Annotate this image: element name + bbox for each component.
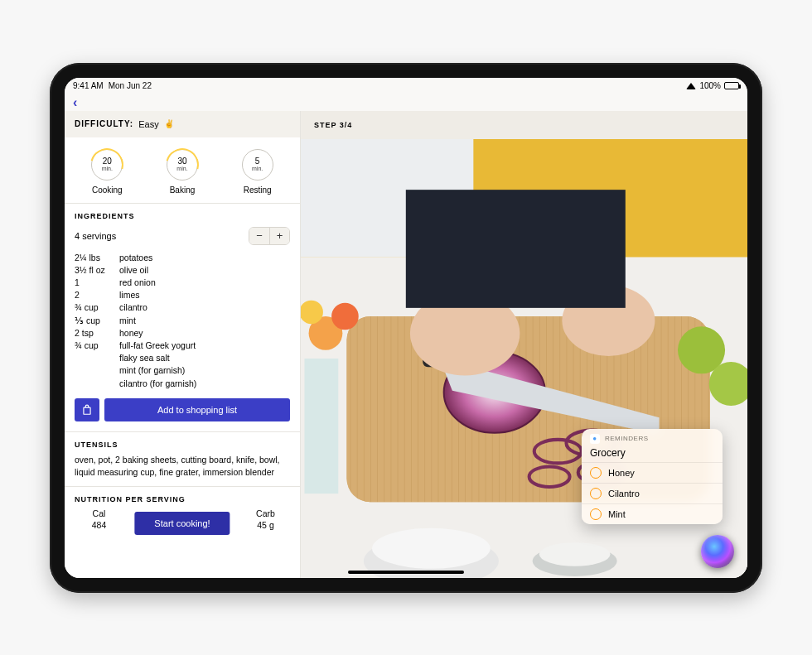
siri-icon[interactable]	[701, 535, 734, 568]
ingredient-row: 2¼ lbspotatoes	[75, 252, 290, 264]
battery-percent: 100%	[699, 81, 721, 90]
status-time: 9:41 AM	[73, 81, 104, 90]
servings-stepper: − +	[249, 227, 290, 245]
timers-row: 20 min. Cooking 30 min. Baking	[65, 137, 300, 203]
status-bar: 9:41 AM Mon Jun 22 100%	[65, 78, 747, 94]
svg-rect-21	[305, 359, 339, 494]
reminder-circle-icon[interactable]	[590, 508, 602, 520]
timer-label: Resting	[244, 185, 272, 195]
timer-label: Cooking	[92, 185, 123, 195]
timer-value: 30	[177, 157, 186, 166]
reminder-item[interactable]: Mint	[582, 503, 723, 524]
ipad-frame: 9:41 AM Mon Jun 22 100% ‹ DIFFICULTY: Ea…	[50, 63, 762, 593]
ingredient-row: 2limes	[75, 289, 290, 301]
reminder-circle-icon[interactable]	[590, 467, 602, 479]
timer-ring: 5 min.	[242, 149, 273, 181]
ingredient-row: 1red onion	[75, 277, 290, 289]
status-date: Mon Jun 22	[109, 81, 152, 90]
battery-icon	[724, 82, 739, 89]
nutrition-col: Carb 45 g	[241, 508, 290, 530]
home-indicator[interactable]	[348, 571, 464, 574]
timer-value: 20	[103, 157, 112, 166]
shopping-list-row: Add to shopping list	[65, 398, 300, 431]
ingredient-row: flaky sea salt	[75, 352, 290, 364]
timer-ring: 30 min.	[167, 149, 198, 181]
ingredient-row: mint (for garnish)	[75, 364, 290, 377]
timer-label: Baking	[170, 185, 196, 195]
difficulty-value: Easy	[138, 119, 158, 129]
timer-cooking: 20 min. Cooking	[91, 149, 123, 195]
svg-rect-18	[406, 190, 626, 308]
nutrition-col: Cal 484	[75, 508, 123, 530]
nutrition-heading: NUTRITION PER SERVING	[65, 487, 300, 508]
reminder-label: Cilantro	[608, 489, 640, 498]
svg-point-23	[331, 302, 359, 330]
svg-point-28	[539, 542, 611, 566]
timer-value: 5	[255, 157, 260, 166]
reminders-popup: ● REMINDERS Grocery Honey Cilantro Mi	[582, 429, 723, 524]
servings-plus-button[interactable]: +	[269, 228, 289, 244]
reminder-item[interactable]: Honey	[582, 462, 723, 483]
reminders-app-label: REMINDERS	[605, 435, 649, 442]
ingredient-row: ¾ cupcilantro	[75, 301, 290, 314]
reminders-list-name: Grocery	[582, 447, 723, 462]
back-chevron-icon[interactable]: ‹	[73, 95, 77, 110]
svg-rect-0	[84, 407, 90, 414]
timer-ring: 20 min.	[91, 149, 123, 181]
timer-baking: 30 min. Baking	[167, 149, 198, 195]
step-indicator: STEP 3/4	[301, 111, 747, 139]
reminder-label: Honey	[608, 468, 635, 478]
ingredient-row: 2 tsphoney	[75, 327, 290, 340]
reminder-label: Mint	[608, 509, 626, 519]
nutrition-row: Cal 484 10 g 27 g Carb	[65, 508, 300, 533]
servings-minus-button[interactable]: −	[249, 228, 269, 244]
ingredients-heading: INGREDIENTS	[65, 204, 300, 225]
ingredient-row: cilantro (for garnish)	[75, 378, 290, 390]
timer-resting: 5 min. Resting	[242, 149, 273, 195]
screen: 9:41 AM Mon Jun 22 100% ‹ DIFFICULTY: Ea…	[65, 78, 747, 578]
svg-point-26	[372, 527, 491, 568]
reminder-item[interactable]: Cilantro	[582, 483, 723, 503]
shopping-list-icon[interactable]	[75, 398, 99, 421]
difficulty-label: DIFFICULTY:	[75, 119, 133, 128]
utensils-text: oven, pot, 2 baking sheets, cutting boar…	[65, 454, 300, 486]
servings-value: 4 servings	[75, 231, 116, 241]
timer-unit: min.	[252, 166, 263, 171]
add-to-shopping-list-button[interactable]: Add to shopping list	[104, 398, 290, 421]
ingredient-row: ¾ cupfull-fat Greek yogurt	[75, 340, 290, 352]
utensils-heading: UTENSILS	[65, 432, 300, 454]
ingredient-row: 3½ fl ozolive oil	[75, 264, 290, 277]
timer-unit: min.	[102, 166, 113, 171]
recipe-pane: DIFFICULTY: Easy ✌️ 20 min. Cooking	[65, 111, 301, 578]
content-split: DIFFICULTY: Easy ✌️ 20 min. Cooking	[65, 111, 747, 578]
reminder-circle-icon[interactable]	[590, 488, 602, 499]
nav-back-row: ‹	[65, 94, 747, 111]
servings-row: 4 servings − +	[65, 225, 300, 252]
timer-unit: min.	[176, 166, 187, 171]
reminders-app-icon: ●	[590, 434, 600, 444]
difficulty-row: DIFFICULTY: Easy ✌️	[65, 111, 300, 137]
start-cooking-button[interactable]: Start cooking!	[134, 512, 230, 535]
ingredients-list: 2¼ lbspotatoes 3½ fl ozolive oil 1red on…	[65, 252, 300, 398]
ingredient-row: ⅓ cupmint	[75, 315, 290, 327]
wifi-icon	[686, 83, 696, 89]
step-pane: STEP 3/4	[301, 111, 747, 578]
peace-emoji-icon: ✌️	[164, 119, 175, 128]
